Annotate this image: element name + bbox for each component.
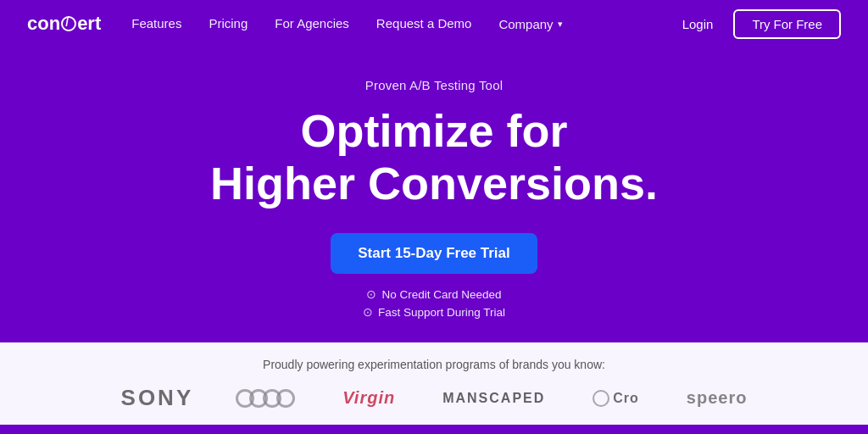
brand-sony: SONY (121, 385, 194, 411)
logo-text: conert (27, 13, 101, 35)
navbar: conert Features Pricing For Agencies Req… (0, 0, 868, 47)
brand-manscaped: MANSCAPED (442, 391, 545, 406)
chevron-down-icon: ▾ (558, 19, 563, 30)
hero-section: Proven A/B Testing Tool Optimize for Hig… (0, 47, 868, 342)
login-link[interactable]: Login (682, 17, 714, 31)
nav-left: conert Features Pricing For Agencies Req… (27, 13, 563, 35)
brands-section: Proudly powering experimentation program… (0, 342, 868, 425)
brand-speero: speero (687, 388, 748, 408)
cta-button[interactable]: Start 15-Day Free Trial (331, 233, 537, 274)
benefit-fast-support: ⊙ Fast Support During Trial (363, 305, 505, 319)
nav-links: Features Pricing For Agencies Request a … (131, 16, 562, 31)
nav-item-demo[interactable]: Request a Demo (376, 16, 472, 31)
check-icon-2: ⊙ (363, 305, 373, 319)
brand-virgin: Virgin (342, 388, 395, 408)
brand-audi (241, 389, 295, 408)
nav-item-pricing[interactable]: Pricing (209, 16, 248, 31)
nav-right: Login Try For Free (682, 9, 841, 39)
logo-icon (61, 16, 76, 31)
logo[interactable]: conert (27, 13, 101, 35)
check-icon-1: ⊙ (366, 287, 376, 301)
benefit-no-credit-card: ⊙ No Credit Card Needed (366, 287, 501, 301)
benefits-list: ⊙ No Credit Card Needed ⊙ Fast Support D… (363, 287, 505, 319)
try-for-free-button[interactable]: Try For Free (733, 9, 841, 39)
brands-row: SONY Virgin MANSCAPED Cro speero (34, 385, 834, 411)
audi-ring-4 (276, 389, 295, 408)
hero-title: Optimize for Higher Conversions. (210, 104, 658, 209)
brand-cro: Cro (593, 390, 639, 407)
cro-icon (593, 390, 609, 407)
nav-item-company[interactable]: Company ▾ (498, 17, 562, 31)
nav-item-features[interactable]: Features (131, 16, 181, 31)
brands-label: Proudly powering experimentation program… (263, 358, 605, 371)
nav-item-agencies[interactable]: For Agencies (275, 16, 349, 31)
hero-subtitle: Proven A/B Testing Tool (365, 78, 503, 92)
